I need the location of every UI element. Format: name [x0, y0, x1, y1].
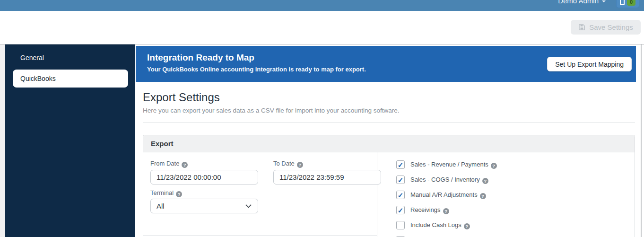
setup-export-mapping-button[interactable]: Set Up Export Mapping — [547, 57, 632, 71]
checkbox-row: Sales - COGS / Inventory — [396, 176, 488, 184]
settings-sidebar: General QuickBooks — [5, 44, 135, 237]
checkbox-include-cash-logs[interactable] — [396, 221, 405, 229]
checkbox-label-text: Include Cash Logs — [410, 221, 461, 228]
help-icon[interactable] — [480, 193, 486, 199]
column-divider — [377, 152, 377, 237]
save-settings-button[interactable]: Save Settings — [571, 20, 641, 35]
checkbox-row: Manual A/R Adjustments — [396, 191, 486, 199]
to-date-label: To Date — [273, 160, 303, 168]
sidebar-item-quickbooks-label: QuickBooks — [20, 75, 56, 82]
checkbox-receivings[interactable] — [396, 206, 405, 214]
save-icon — [578, 24, 585, 31]
from-date-label-text: From Date — [150, 160, 179, 167]
checkbox-label-text: Sales - COGS / Inventory — [410, 176, 480, 183]
device-count-badge: 0 — [627, 0, 635, 6]
integration-banner: Integration Ready to Map Your QuickBooks… — [136, 46, 636, 82]
checkbox-label: Manual A/R Adjustments — [410, 191, 486, 199]
help-icon[interactable] — [482, 178, 488, 184]
to-date-input[interactable] — [273, 170, 381, 184]
terminal-select-wrap: All — [150, 199, 258, 213]
from-date-label: From Date — [150, 160, 188, 168]
left-gutter — [0, 44, 5, 237]
left-column-divider — [143, 235, 377, 236]
checkbox-label: Receivings — [410, 206, 449, 214]
page-subtitle: Here you can export your sales data as a… — [143, 107, 400, 114]
from-date-input[interactable] — [150, 170, 258, 184]
settings-toolbar: Save Settings — [0, 11, 644, 44]
checkbox-label-text: Sales - Revenue / Payments — [410, 161, 488, 168]
checkbox-label-text: Manual A/R Adjustments — [410, 191, 478, 198]
terminal-label: Terminal — [150, 189, 182, 197]
sidebar-item-general-label: General — [20, 54, 44, 61]
terminal-select[interactable]: All — [150, 199, 258, 213]
to-date-label-text: To Date — [273, 160, 295, 167]
checkbox-label: Sales - COGS / Inventory — [410, 176, 488, 184]
help-icon[interactable] — [297, 162, 303, 168]
top-navbar: Demo Admin 0 — [0, 0, 644, 11]
device-count-button[interactable]: 0 — [616, 0, 639, 8]
export-card: Export From Date To Date Terminal All Sa… — [143, 135, 635, 237]
vertical-scrollbar[interactable] — [641, 44, 642, 237]
sidebar-item-quickbooks[interactable]: QuickBooks — [13, 70, 128, 88]
help-icon[interactable] — [464, 223, 470, 229]
checkbox-label-text: Receivings — [410, 206, 441, 213]
help-icon[interactable] — [443, 208, 449, 214]
user-menu-label: Demo Admin — [558, 0, 599, 5]
save-settings-label: Save Settings — [589, 23, 633, 31]
sidebar-item-general[interactable]: General — [5, 49, 135, 66]
checkbox-row: Include Cash Logs — [396, 221, 470, 229]
help-icon[interactable] — [182, 162, 188, 168]
heading-divider — [143, 122, 635, 123]
page-title: Export Settings — [143, 91, 220, 104]
checkbox-label: Sales - Revenue / Payments — [410, 161, 497, 169]
help-icon[interactable] — [176, 191, 182, 197]
app-window: Demo Admin 0 Save Settings General Quick… — [0, 0, 644, 237]
checkbox-sales-revenue[interactable] — [396, 160, 405, 169]
chevron-down-icon — [602, 0, 606, 2]
checkbox-row: Sales - Revenue / Payments — [396, 160, 497, 169]
checkbox-manual-ar-adjustments[interactable] — [396, 191, 405, 199]
checkbox-sales-cogs[interactable] — [396, 176, 405, 184]
export-card-header: Export — [143, 135, 635, 152]
checkbox-row: Receivings — [396, 206, 449, 214]
checkbox-label: Include Cash Logs — [410, 221, 470, 229]
terminal-label-text: Terminal — [150, 189, 174, 196]
tablet-icon — [620, 0, 625, 5]
help-icon[interactable] — [491, 163, 497, 169]
user-menu[interactable]: Demo Admin — [558, 0, 606, 5]
